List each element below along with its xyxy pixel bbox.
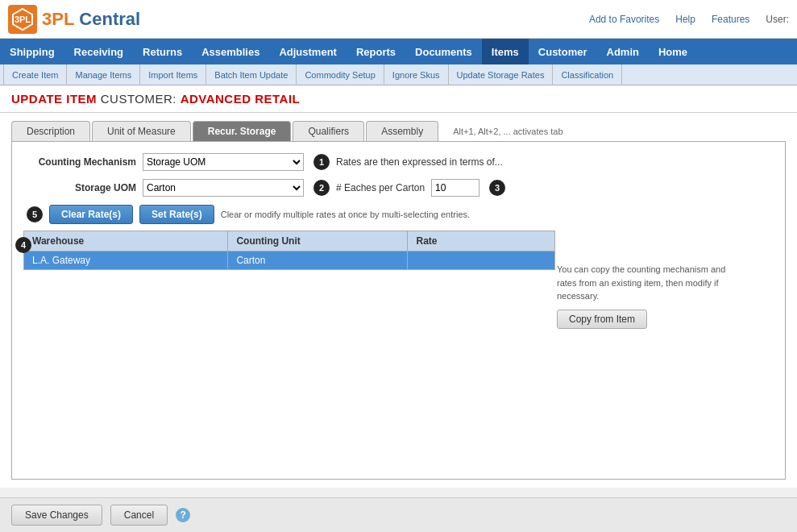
logo-text-central: Central bbox=[79, 9, 140, 30]
col-rate: Rate bbox=[408, 231, 555, 251]
footer: Save Changes Cancel ? bbox=[0, 497, 797, 532]
nav-reports[interactable]: Reports bbox=[347, 39, 405, 64]
nav-admin[interactable]: Admin bbox=[597, 39, 649, 64]
nav-home[interactable]: Home bbox=[649, 39, 697, 64]
tab-qualifiers[interactable]: Qualifiers bbox=[293, 121, 364, 141]
logo: 3PL 3PLCentral bbox=[8, 5, 140, 34]
rates-note: Rates are then expressed in terms of... bbox=[336, 156, 503, 168]
subnav-classification[interactable]: Classification bbox=[553, 64, 622, 85]
circle-1: 1 bbox=[313, 154, 330, 170]
rate-table: Warehouse Counting Unit Rate L.A. Gatewa… bbox=[23, 231, 555, 270]
nav-items[interactable]: Items bbox=[482, 39, 529, 64]
circle-5: 5 bbox=[27, 206, 43, 222]
cancel-button[interactable]: Cancel bbox=[110, 505, 168, 526]
copy-from-item-button[interactable]: Copy from Item bbox=[557, 310, 647, 329]
page-title-bar: Update Item Customer: Advanced Retail bbox=[0, 85, 797, 113]
side-help-text: You can copy the counting mechanism and … bbox=[557, 263, 734, 303]
svg-text:3PL: 3PL bbox=[15, 15, 31, 24]
storage-uom-select[interactable]: Carton bbox=[143, 179, 304, 197]
circle-4: 4 bbox=[15, 237, 31, 253]
tab-assembly[interactable]: Assembly bbox=[366, 121, 438, 141]
subnav-batch-item-update[interactable]: Batch Item Update bbox=[206, 64, 297, 85]
nav-shipping[interactable]: Shipping bbox=[0, 39, 64, 64]
help-link[interactable]: Help bbox=[675, 14, 695, 25]
rates-hint: Clear or modify multiple rates at once b… bbox=[221, 210, 470, 219]
subnav-manage-items[interactable]: Manage Items bbox=[67, 64, 140, 85]
customer-name: Advanced Retail bbox=[181, 92, 301, 106]
warehouse-cell: L.A. Gateway bbox=[24, 251, 228, 270]
nav-adjustment[interactable]: Adjustment bbox=[269, 39, 347, 64]
help-icon[interactable]: ? bbox=[176, 508, 190, 522]
circle-3: 3 bbox=[489, 180, 505, 196]
subnav-import-items[interactable]: Import Items bbox=[140, 64, 206, 85]
header: 3PL 3PLCentral Add to Favorites Help Fea… bbox=[0, 0, 797, 39]
nav-returns[interactable]: Returns bbox=[133, 39, 192, 64]
tab-recur-storage[interactable]: Recur. Storage bbox=[193, 121, 292, 141]
nav-documents[interactable]: Documents bbox=[405, 39, 482, 64]
col-warehouse: Warehouse bbox=[24, 231, 228, 251]
table-side-container: 4 Warehouse Counting Unit Rate L.A. Gate… bbox=[23, 231, 774, 329]
features-link[interactable]: Features bbox=[712, 14, 749, 25]
storage-uom-row: Storage UOM Carton 2 # Eaches per Carton… bbox=[23, 179, 774, 197]
tabs: Description Unit of Measure Recur. Stora… bbox=[11, 121, 786, 141]
side-help: You can copy the counting mechanism and … bbox=[557, 231, 734, 329]
add-to-favorites-link[interactable]: Add to Favorites bbox=[589, 14, 659, 25]
tab-hint: Alt+1, Alt+2, ... activates tab bbox=[453, 127, 562, 136]
buttons-row: 5 Clear Rate(s) Set Rate(s) Clear or mod… bbox=[23, 205, 774, 224]
nav-assemblies[interactable]: Assemblies bbox=[192, 39, 269, 64]
clear-rates-button[interactable]: Clear Rate(s) bbox=[49, 205, 133, 224]
set-rates-button[interactable]: Set Rate(s) bbox=[139, 205, 214, 224]
counting-unit-cell: Carton bbox=[228, 251, 408, 270]
save-changes-button[interactable]: Save Changes bbox=[11, 505, 102, 526]
tab-description[interactable]: Description bbox=[11, 121, 90, 141]
page-title: Update Item Customer: Advanced Retail bbox=[11, 92, 786, 106]
col-counting-unit: Counting Unit bbox=[228, 231, 408, 251]
storage-uom-label: Storage UOM bbox=[23, 182, 136, 193]
subnav-commodity-setup[interactable]: Commodity Setup bbox=[297, 64, 384, 85]
subnav-create-item[interactable]: Create Item bbox=[3, 64, 67, 85]
counting-mechanism-row: Counting Mechanism Storage UOM 1 Rates a… bbox=[23, 153, 774, 171]
circle-2: 2 bbox=[313, 180, 330, 196]
main-content: Description Unit of Measure Recur. Stora… bbox=[0, 113, 797, 488]
logo-text: 3PL bbox=[42, 9, 74, 30]
subnav-update-storage-rates[interactable]: Update Storage Rates bbox=[449, 64, 554, 85]
top-nav: Shipping Receiving Returns Assemblies Ad… bbox=[0, 39, 797, 64]
counting-mechanism-label: Counting Mechanism bbox=[23, 156, 136, 168]
nav-receiving[interactable]: Receiving bbox=[64, 39, 133, 64]
logo-icon: 3PL bbox=[8, 5, 37, 34]
eaches-input[interactable] bbox=[431, 179, 479, 197]
counting-mechanism-select[interactable]: Storage UOM bbox=[143, 153, 304, 171]
user-label: User: bbox=[766, 14, 789, 25]
tab-panel: Counting Mechanism Storage UOM 1 Rates a… bbox=[11, 141, 786, 480]
rate-cell bbox=[408, 251, 555, 270]
tab-unit-of-measure[interactable]: Unit of Measure bbox=[92, 121, 191, 141]
eaches-label: # Eaches per Carton bbox=[336, 182, 425, 193]
sub-nav: Create Item Manage Items Import Items Ba… bbox=[0, 64, 797, 85]
nav-customer[interactable]: Customer bbox=[529, 39, 597, 64]
table-row[interactable]: L.A. Gateway Carton bbox=[24, 251, 555, 270]
subnav-ignore-skus[interactable]: Ignore Skus bbox=[384, 64, 449, 85]
